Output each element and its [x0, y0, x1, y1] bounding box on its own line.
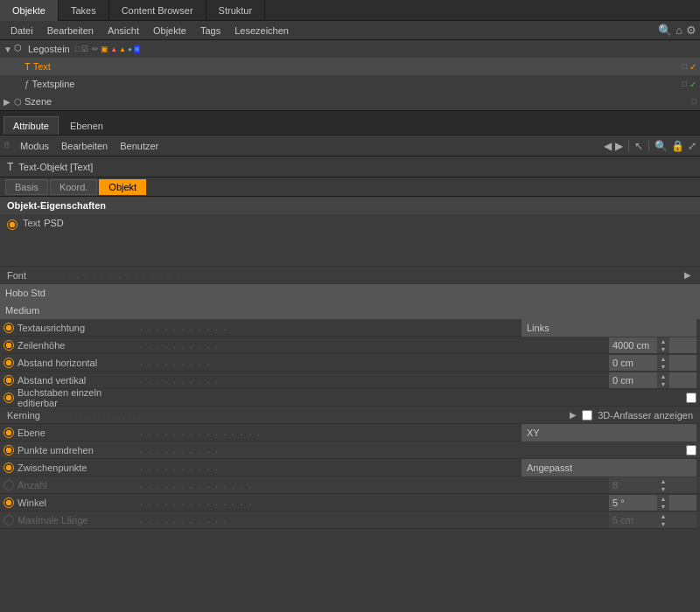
tab-ebenen[interactable]: Ebenen	[60, 116, 113, 135]
zwischenpunkte-value[interactable]: Angepasst	[522, 459, 696, 476]
tree-label-text: Text	[33, 61, 51, 72]
maxlaenge-down[interactable]: ▼	[657, 520, 669, 528]
winkel-down[interactable]: ▼	[657, 503, 669, 511]
check2: ☑	[81, 45, 88, 53]
menu-tags[interactable]: Tags	[193, 21, 228, 40]
tab-takes[interactable]: Takes	[59, 0, 109, 21]
tab-objekte[interactable]: Objekte	[0, 0, 59, 21]
abstand-v-dot[interactable]	[4, 375, 14, 386]
menu-lesezeichen[interactable]: Lesezeichen	[228, 21, 296, 40]
obj-type-icon: T	[7, 161, 13, 173]
toolbar-bearbeiten[interactable]: Bearbeiten	[56, 138, 113, 154]
subtab-objekt[interactable]: Objekt	[99, 179, 146, 195]
abstand-h-input[interactable]	[609, 355, 657, 371]
font-expand-icon[interactable]: ▶	[684, 270, 691, 280]
prop-row-max-laenge: Maximale Länge . . . . . . . . . . . ▲ ▼	[0, 511, 700, 529]
kerning-checkbox[interactable]	[582, 410, 592, 421]
ts-check1: □	[682, 80, 687, 88]
prop-row-anzahl: Anzahl . . . . . . . . . . . . . . ▲ ▼	[0, 476, 700, 494]
buchstaben-dot[interactable]	[4, 393, 14, 403]
abstand-v-up[interactable]: ▲	[657, 372, 669, 380]
menu-bearbeiten[interactable]: Bearbeiten	[40, 21, 101, 40]
abstand-h-up[interactable]: ▲	[657, 355, 669, 363]
tag-icon: ▣	[101, 45, 108, 53]
prop-row-textausrichtung: Textausrichtung . . . . . . . . . . . Li…	[0, 319, 700, 337]
text-tree-icon: T	[24, 61, 31, 72]
menu-objekte[interactable]: Objekte	[146, 21, 193, 40]
ebene-dot[interactable]	[4, 428, 14, 438]
tree-row-text[interactable]: T Text □ ✓	[0, 58, 700, 75]
font-weight-value[interactable]: Medium	[0, 302, 700, 319]
winkel-dot[interactable]	[4, 497, 14, 508]
tree-row-szene[interactable]: ▶ ⬡ Szene □	[0, 93, 700, 110]
textausrichtung-dot[interactable]	[4, 323, 14, 333]
prop-row-winkel: Winkel . . . . . . . . . . . . . . ▲ ▼	[0, 494, 700, 511]
maxlaenge-up[interactable]: ▲	[657, 512, 669, 520]
tree-row-textspline[interactable]: ƒ Textspline □ ✓	[0, 75, 700, 93]
punkte-dot[interactable]	[4, 445, 14, 456]
tab-content-browser[interactable]: Content Browser	[109, 0, 206, 21]
text-check1: □	[682, 62, 687, 71]
obj-title: Text-Objekt [Text]	[18, 162, 93, 172]
lock-icon[interactable]: 🔒	[671, 140, 684, 152]
cursor-icon[interactable]: ↖	[634, 140, 643, 152]
settings-icon[interactable]: ⚙	[686, 24, 696, 37]
anzahl-input[interactable]	[609, 477, 657, 493]
expand-icon[interactable]: ⤢	[688, 140, 696, 152]
ebene-value[interactable]: XY	[522, 424, 696, 442]
menu-ansicht[interactable]: Ansicht	[101, 21, 146, 40]
abstand-h-down[interactable]: ▼	[657, 363, 669, 371]
zeilenhoehe-up[interactable]: ▲	[657, 337, 669, 345]
text-prop-dot[interactable]	[7, 219, 18, 230]
tree-row-legostein[interactable]: ▼ ⬡ Legostein □ ☑ ✏ ▣ ▲ ▲ ● ■	[0, 40, 700, 58]
arrow-left-icon[interactable]: ◀	[604, 140, 612, 152]
zwischenpunkte-label: Zwischenpunkte	[18, 462, 140, 473]
zeilenhoehe-down[interactable]: ▼	[657, 345, 669, 353]
svg-point-5	[6, 395, 11, 400]
zeilenhoehe-label: Zeilenhöhe	[18, 340, 140, 351]
search-attr-icon[interactable]: 🔍	[654, 140, 668, 152]
section-header-objekt: Objekt-Eigenschaften	[0, 197, 700, 214]
toolbar-benutzer[interactable]: Benutzer	[115, 138, 164, 154]
winkel-up[interactable]: ▲	[657, 495, 669, 503]
punkte-checkbox[interactable]	[686, 445, 696, 456]
anzahl-up[interactable]: ▲	[657, 477, 669, 485]
buchstaben-label: Buchstaben einzeln editierbar	[18, 387, 140, 408]
svg-point-9	[6, 500, 11, 505]
kerning-expand-icon[interactable]: ▶	[570, 410, 577, 420]
zwischenpunkte-dot[interactable]	[4, 462, 14, 473]
tab-struktur[interactable]: Struktur	[206, 0, 266, 21]
maxlaenge-input[interactable]	[609, 512, 657, 528]
arrow-right-icon[interactable]: ▶	[615, 140, 623, 152]
toolbar-modus[interactable]: Modus	[15, 138, 54, 154]
ebene-label: Ebene	[18, 428, 140, 438]
text-field-value[interactable]: PSD	[44, 218, 64, 228]
expand-legostein[interactable]: ▼	[4, 45, 14, 54]
anzahl-down[interactable]: ▼	[657, 485, 669, 493]
subtab-basis[interactable]: Basis	[5, 179, 48, 195]
abstand-h-label: Abstand horizontal	[18, 358, 140, 368]
subtab-koord[interactable]: Koord.	[50, 179, 97, 195]
winkel-input[interactable]	[609, 495, 657, 511]
zeilenhoehe-dot[interactable]	[4, 340, 14, 351]
abstand-h-dot[interactable]	[4, 358, 14, 368]
abstand-v-down[interactable]: ▼	[657, 380, 669, 388]
search-icon[interactable]: 🔍	[658, 24, 672, 37]
maxlaenge-label: Maximale Länge	[18, 515, 140, 525]
svg-point-4	[6, 378, 11, 383]
home-icon[interactable]: ⌂	[676, 24, 682, 37]
textausrichtung-label: Textausrichtung	[18, 323, 140, 333]
grip-icon: ⠿	[4, 141, 10, 150]
font-name-value[interactable]: Hobo Std	[0, 284, 700, 302]
tree-label-legostein: Legostein	[28, 44, 70, 54]
zeilenhoehe-input[interactable]	[609, 337, 657, 353]
tab-attribute[interactable]: Attribute	[4, 116, 59, 135]
menu-datei[interactable]: Datei	[4, 21, 40, 40]
textausrichtung-value[interactable]: Links	[522, 319, 696, 337]
expand-szene[interactable]: ▶	[4, 97, 14, 107]
buchstaben-checkbox[interactable]	[686, 393, 696, 403]
svg-point-3	[6, 360, 11, 365]
prop-row-abstand-h: Abstand horizontal . . . . . . . . . ▲ ▼	[0, 354, 700, 372]
abstand-v-input[interactable]	[609, 372, 657, 388]
font-dots: . . . . . . . . . . . . . . .	[60, 270, 684, 280]
